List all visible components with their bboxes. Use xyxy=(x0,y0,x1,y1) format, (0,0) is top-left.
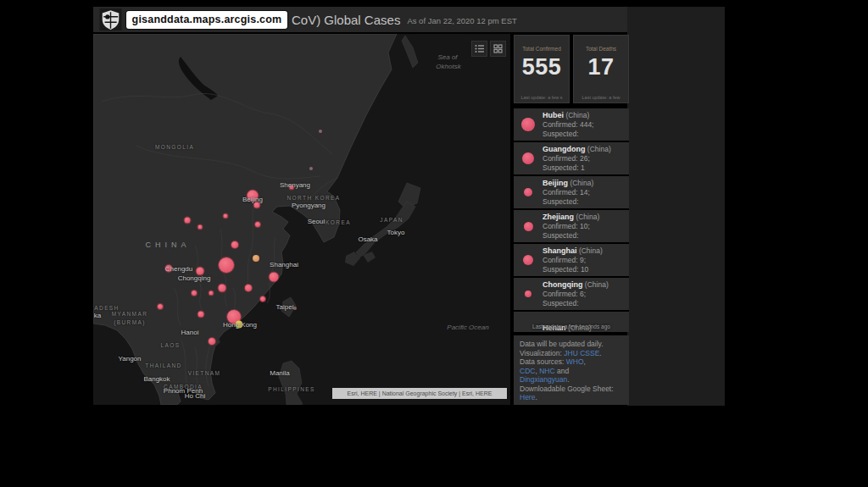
case-row-text: Hubei (China)Confirmed: 444;Suspected: xyxy=(542,111,593,139)
address-url: gisanddata.maps.arcgis.com xyxy=(132,14,282,25)
case-marker[interactable] xyxy=(236,321,243,329)
total-deaths-card: Total Deaths 17 Last update: a few xyxy=(573,35,629,103)
case-marker[interactable] xyxy=(209,338,215,345)
source-link[interactable]: JHU CSSE xyxy=(564,349,599,357)
address-bar[interactable]: gisanddata.maps.arcgis.com xyxy=(126,11,287,29)
case-row-text: Zhejiang (China)Confirmed: 10;Suspected: xyxy=(542,213,599,241)
window-background xyxy=(627,7,725,406)
header-bar: gisanddata.maps.arcgis.com CoV) Global C… xyxy=(93,7,627,32)
total-confirmed-card: Total Confirmed 555 Last update: a few s xyxy=(514,35,570,103)
source-link[interactable]: WHO xyxy=(566,357,584,366)
case-marker[interactable] xyxy=(198,225,203,230)
source-text: , xyxy=(584,357,586,366)
source-text: Data sources: xyxy=(520,357,566,366)
case-row-text: Shanghai (China)Confirmed: 9;Suspected: … xyxy=(542,246,603,274)
world-map[interactable]: MONGOLIACHINANORTH KOREAKOREAJAPANMYANMA… xyxy=(93,34,510,405)
case-row[interactable]: Zhejiang (China)Confirmed: 10;Suspected: xyxy=(514,210,629,242)
source-link[interactable]: CDC xyxy=(520,367,535,375)
total-deaths-updated: Last update: a few xyxy=(574,95,628,100)
case-marker[interactable] xyxy=(245,285,252,291)
basemap xyxy=(93,34,510,405)
total-confirmed-value: 555 xyxy=(515,54,569,80)
case-row-text: Beijing (China)Confirmed: 14;Suspected: xyxy=(542,179,593,207)
case-marker[interactable] xyxy=(158,304,163,309)
basemap-grid-icon[interactable] xyxy=(490,41,506,57)
source-text: . xyxy=(535,393,537,401)
source-text: Data will be updated daily. xyxy=(520,340,604,348)
case-marker[interactable] xyxy=(319,130,322,133)
case-row[interactable]: Chongqing (China)Confirmed: 6;Suspected: xyxy=(514,278,629,310)
case-marker[interactable] xyxy=(209,291,214,296)
case-marker[interactable] xyxy=(224,214,228,219)
case-marker[interactable] xyxy=(165,265,172,272)
source-link[interactable]: Here xyxy=(520,393,535,401)
cases-rows: Hubei (China)Confirmed: 444;Suspected:Gu… xyxy=(514,108,629,332)
case-row-dot xyxy=(514,222,542,231)
source-text: and xyxy=(555,367,570,375)
page-subtitle: As of Jan 22, 2020 12 pm EST xyxy=(407,14,516,25)
case-marker[interactable] xyxy=(219,285,226,292)
case-marker[interactable] xyxy=(185,218,191,224)
total-deaths-value: 17 xyxy=(574,54,628,80)
source-text: . xyxy=(599,349,601,357)
jhu-shield-icon xyxy=(99,8,122,30)
total-confirmed-label: Total Confirmed xyxy=(515,46,569,52)
total-deaths-label: Total Deaths xyxy=(574,46,628,52)
cases-list: Hubei (China)Confirmed: 444;Suspected:Gu… xyxy=(514,108,629,332)
case-row-dot xyxy=(514,291,542,297)
case-row-text: Chongqing (China)Confirmed: 6;Suspected: xyxy=(542,280,609,308)
total-confirmed-updated: Last update: a few s xyxy=(515,95,569,100)
source-link[interactable]: NHC xyxy=(539,367,554,375)
data-sources-panel: Data will be updated daily.Visualization… xyxy=(514,335,629,405)
case-row-dot xyxy=(514,188,542,196)
case-marker[interactable] xyxy=(255,222,260,227)
cases-list-updated: Last update: a few seconds ago xyxy=(514,324,629,329)
case-marker[interactable] xyxy=(254,202,260,208)
case-marker[interactable] xyxy=(270,273,279,282)
case-marker[interactable] xyxy=(192,291,197,296)
source-link[interactable]: Dingxiangyuan xyxy=(520,375,567,384)
case-marker[interactable] xyxy=(253,255,259,262)
case-marker[interactable] xyxy=(290,185,294,190)
case-row[interactable]: Guangdong (China)Confirmed: 26;Suspected… xyxy=(514,142,629,174)
map-attribution: Esri, HERE | National Geographic Society… xyxy=(332,388,507,399)
case-row-text: Guangdong (China)Confirmed: 26;Suspected… xyxy=(542,145,611,173)
case-marker[interactable] xyxy=(197,268,204,275)
case-marker[interactable] xyxy=(260,296,265,302)
case-marker[interactable] xyxy=(248,191,259,202)
legend-list-icon[interactable] xyxy=(471,41,487,57)
case-row-dot xyxy=(514,152,542,164)
case-row[interactable]: Beijing (China)Confirmed: 14;Suspected: xyxy=(514,176,629,208)
case-row[interactable]: Hubei (China)Confirmed: 444;Suspected: xyxy=(514,108,629,141)
source-text: Downloadable Google Sheet: xyxy=(520,385,614,393)
case-marker[interactable] xyxy=(309,167,313,170)
case-marker[interactable] xyxy=(198,312,204,318)
case-marker[interactable] xyxy=(293,307,297,310)
source-text: Visualization: xyxy=(520,349,564,357)
page-title: CoV) Global Cases xyxy=(292,13,400,27)
case-row[interactable]: Shanghai (China)Confirmed: 9;Suspected: … xyxy=(514,244,629,276)
case-marker[interactable] xyxy=(219,257,234,273)
case-marker[interactable] xyxy=(231,241,238,248)
case-row-dot xyxy=(514,118,542,131)
source-text: . xyxy=(567,375,569,384)
dashboard-screen: gisanddata.maps.arcgis.com CoV) Global C… xyxy=(0,0,868,487)
case-row-dot xyxy=(514,255,542,265)
